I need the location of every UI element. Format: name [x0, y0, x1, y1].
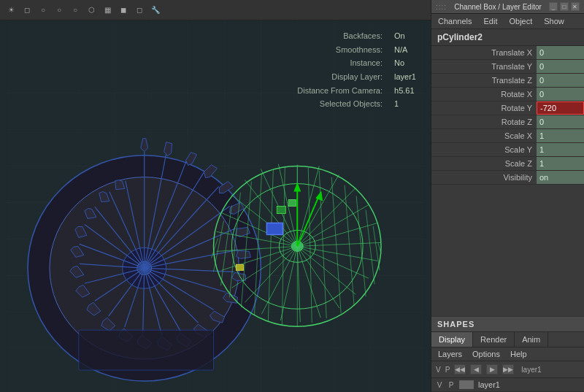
channel-row-3[interactable]: Rotate X0: [431, 88, 584, 101]
channel-name-7: Scale Y: [431, 145, 537, 154]
menu-show[interactable]: Show: [542, 16, 566, 26]
channel-row-9[interactable]: Visibilityon: [431, 171, 584, 185]
circle2-icon[interactable]: ○: [53, 4, 66, 17]
channel-row-0[interactable]: Translate X0: [431, 46, 584, 60]
light-icon[interactable]: ☀: [4, 4, 18, 17]
channel-row-4[interactable]: Rotate Y-720: [431, 101, 584, 115]
channel-name-4: Rotate Y: [431, 104, 537, 112]
channel-value-4[interactable]: -720: [537, 101, 584, 115]
layer-name-label: layer1: [478, 380, 500, 389]
nav-next-next-button[interactable]: ▶▶: [502, 364, 514, 374]
hud-instance-value: No: [394, 56, 404, 70]
channel-row-8[interactable]: Scale Z1: [431, 157, 584, 171]
channel-row-1[interactable]: Translate Y0: [431, 60, 584, 74]
layer-v-label: V: [436, 366, 441, 374]
hex-icon[interactable]: ⬡: [85, 4, 98, 17]
mesh-icon[interactable]: ◻: [20, 4, 34, 17]
channel-name-0: Translate X: [431, 48, 537, 57]
channel-box-titlebar: :::: Channel Box / Layer Editor _ □ ✕: [431, 0, 584, 14]
tab-anim[interactable]: Anim: [515, 332, 548, 347]
circle-icon[interactable]: ○: [36, 4, 50, 17]
hud-backfaces-value: On: [394, 29, 405, 43]
circle3-icon[interactable]: ○: [69, 4, 82, 17]
channel-value-7[interactable]: 1: [537, 143, 584, 156]
hud-selected-label: Selected Objects:: [288, 97, 383, 111]
maximize-button[interactable]: □: [560, 2, 569, 11]
channel-name-6: Scale X: [431, 131, 537, 140]
channel-row-7[interactable]: Scale Y1: [431, 143, 584, 157]
hud-layer-value: layer1: [394, 70, 416, 84]
viewport[interactable]: ☀ ◻ ○ ○ ○ ⬡ ▦ ◼ ◻ 🔧: [0, 0, 431, 392]
hud-smoothness-value: N/A: [394, 43, 407, 57]
main-container: ☀ ◻ ○ ○ ○ ⬡ ▦ ◼ ◻ 🔧: [0, 0, 584, 392]
channel-value-6[interactable]: 1: [537, 129, 584, 142]
svg-rect-122: [236, 264, 243, 270]
channel-box-title: Channel Box / Layer Editor: [454, 3, 542, 11]
menu-edit[interactable]: Edit: [481, 16, 499, 26]
hud-distance-value: h5.61: [394, 84, 415, 98]
nav-prev-button[interactable]: ◀: [470, 364, 482, 374]
layer1-label-toolbar: layer1: [521, 366, 541, 374]
tab-display[interactable]: Display: [431, 332, 473, 347]
channel-name-3: Rotate X: [431, 90, 537, 99]
hud-distance-label: Distance From Camera:: [288, 84, 383, 98]
hud-layer-label: Display Layer:: [288, 70, 383, 84]
menu-object[interactable]: Object: [507, 16, 534, 26]
channel-value-0[interactable]: 0: [537, 46, 584, 59]
layers-menubar: Layers Options Help: [431, 347, 584, 361]
grid-icon[interactable]: ▦: [101, 4, 114, 17]
channel-value-2[interactable]: 0: [537, 74, 584, 87]
layer-p-check[interactable]: P: [447, 381, 455, 389]
channel-list[interactable]: Translate X0Translate Y0Translate Z0Rota…: [431, 46, 584, 316]
viewport-toolbar: ☀ ◻ ○ ○ ○ ⬡ ▦ ◼ ◻ 🔧: [0, 0, 431, 20]
nav-next-button[interactable]: ▶: [486, 364, 498, 374]
title-dots: ::::: [436, 3, 447, 11]
svg-rect-121: [288, 200, 296, 207]
minimize-button[interactable]: _: [549, 2, 558, 11]
tab-render[interactable]: Render: [473, 332, 515, 347]
layers-toolbar: V P ◀◀ ◀ ▶ ▶▶ layer1: [431, 361, 584, 378]
shapes-header: SHAPES: [431, 316, 584, 332]
svg-rect-119: [266, 223, 283, 234]
menu-help[interactable]: Help: [508, 349, 529, 359]
right-panel: :::: Channel Box / Layer Editor _ □ ✕ Ch…: [431, 0, 584, 392]
viewport-scene: Backfaces: On Smoothness: N/A Instance: …: [0, 20, 431, 392]
channel-row-6[interactable]: Scale X1: [431, 129, 584, 143]
channel-value-8[interactable]: 1: [537, 157, 584, 170]
menu-options[interactable]: Options: [470, 349, 502, 359]
box2-icon[interactable]: ◻: [133, 4, 146, 17]
layer-color-swatch[interactable]: [459, 380, 474, 389]
settings-icon[interactable]: 🔧: [149, 4, 162, 17]
channel-value-1[interactable]: 0: [537, 60, 584, 73]
hud-instance-label: Instance:: [288, 56, 383, 70]
shapes-label: SHAPES: [437, 320, 474, 328]
object-name: pCylinder2: [431, 29, 584, 46]
channel-name-5: Rotate Z: [431, 118, 537, 126]
channel-name-8: Scale Z: [431, 159, 537, 168]
channel-name-2: Translate Z: [431, 76, 537, 85]
menu-channels[interactable]: Channels: [436, 16, 474, 26]
channel-value-3[interactable]: 0: [537, 88, 584, 101]
layer-v-check[interactable]: V: [436, 381, 443, 389]
channel-row-5[interactable]: Rotate Z0: [431, 115, 584, 129]
layer-p-label: P: [445, 366, 450, 374]
title-buttons: _ □ ✕: [549, 2, 580, 11]
object-name-label: pCylinder2: [437, 32, 483, 42]
svg-marker-54: [236, 250, 250, 258]
hud-overlay: Backfaces: On Smoothness: N/A Instance: …: [288, 29, 416, 111]
hud-backfaces-label: Backfaces:: [288, 29, 383, 43]
layer-item[interactable]: V P layer1: [431, 378, 584, 392]
channel-name-9: Visibility: [431, 173, 537, 182]
hud-smoothness-label: Smoothness:: [288, 43, 383, 57]
close-button[interactable]: ✕: [571, 2, 580, 11]
channel-menubar: Channels Edit Object Show: [431, 14, 584, 29]
channel-row-2[interactable]: Translate Z0: [431, 74, 584, 88]
menu-layers[interactable]: Layers: [436, 349, 464, 359]
box-icon[interactable]: ◼: [117, 4, 130, 17]
nav-prev-prev-button[interactable]: ◀◀: [454, 364, 466, 374]
channel-value-9[interactable]: on: [537, 171, 584, 184]
svg-rect-72: [79, 330, 214, 370]
channel-name-1: Translate Y: [431, 62, 537, 71]
channel-value-5[interactable]: 0: [537, 115, 584, 128]
hud-selected-value: 1: [394, 97, 399, 111]
